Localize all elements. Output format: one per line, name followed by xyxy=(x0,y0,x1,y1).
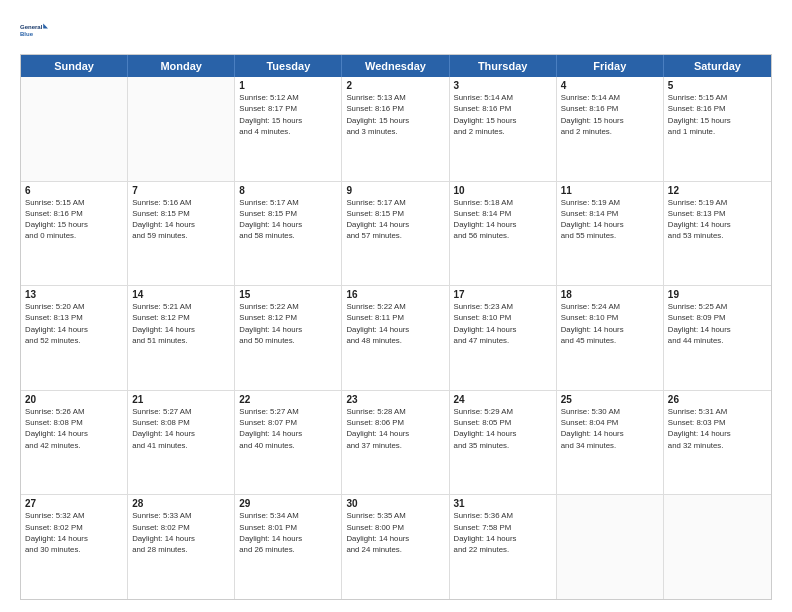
cell-info: Sunrise: 5:36 AM Sunset: 7:58 PM Dayligh… xyxy=(454,510,552,555)
calendar-cell: 8Sunrise: 5:17 AM Sunset: 8:15 PM Daylig… xyxy=(235,182,342,286)
calendar-cell: 16Sunrise: 5:22 AM Sunset: 8:11 PM Dayli… xyxy=(342,286,449,390)
calendar-cell: 29Sunrise: 5:34 AM Sunset: 8:01 PM Dayli… xyxy=(235,495,342,599)
cell-info: Sunrise: 5:35 AM Sunset: 8:00 PM Dayligh… xyxy=(346,510,444,555)
day-number: 15 xyxy=(239,289,337,300)
calendar-cell: 22Sunrise: 5:27 AM Sunset: 8:07 PM Dayli… xyxy=(235,391,342,495)
calendar-cell: 18Sunrise: 5:24 AM Sunset: 8:10 PM Dayli… xyxy=(557,286,664,390)
day-number: 23 xyxy=(346,394,444,405)
calendar-cell: 19Sunrise: 5:25 AM Sunset: 8:09 PM Dayli… xyxy=(664,286,771,390)
calendar-cell: 30Sunrise: 5:35 AM Sunset: 8:00 PM Dayli… xyxy=(342,495,449,599)
cell-info: Sunrise: 5:34 AM Sunset: 8:01 PM Dayligh… xyxy=(239,510,337,555)
day-number: 11 xyxy=(561,185,659,196)
cell-info: Sunrise: 5:27 AM Sunset: 8:08 PM Dayligh… xyxy=(132,406,230,451)
day-number: 6 xyxy=(25,185,123,196)
calendar-header: SundayMondayTuesdayWednesdayThursdayFrid… xyxy=(21,55,771,77)
day-number: 9 xyxy=(346,185,444,196)
day-number: 12 xyxy=(668,185,767,196)
cell-info: Sunrise: 5:32 AM Sunset: 8:02 PM Dayligh… xyxy=(25,510,123,555)
calendar-cell: 1Sunrise: 5:12 AM Sunset: 8:17 PM Daylig… xyxy=(235,77,342,181)
cell-info: Sunrise: 5:15 AM Sunset: 8:16 PM Dayligh… xyxy=(668,92,767,137)
day-number: 18 xyxy=(561,289,659,300)
calendar-cell: 14Sunrise: 5:21 AM Sunset: 8:12 PM Dayli… xyxy=(128,286,235,390)
cell-info: Sunrise: 5:17 AM Sunset: 8:15 PM Dayligh… xyxy=(346,197,444,242)
day-number: 4 xyxy=(561,80,659,91)
cell-info: Sunrise: 5:12 AM Sunset: 8:17 PM Dayligh… xyxy=(239,92,337,137)
calendar-cell: 26Sunrise: 5:31 AM Sunset: 8:03 PM Dayli… xyxy=(664,391,771,495)
calendar-cell: 27Sunrise: 5:32 AM Sunset: 8:02 PM Dayli… xyxy=(21,495,128,599)
day-number: 30 xyxy=(346,498,444,509)
calendar-cell: 28Sunrise: 5:33 AM Sunset: 8:02 PM Dayli… xyxy=(128,495,235,599)
day-number: 14 xyxy=(132,289,230,300)
calendar-cell: 2Sunrise: 5:13 AM Sunset: 8:16 PM Daylig… xyxy=(342,77,449,181)
calendar-cell: 10Sunrise: 5:18 AM Sunset: 8:14 PM Dayli… xyxy=(450,182,557,286)
header-day-saturday: Saturday xyxy=(664,55,771,77)
calendar-cell xyxy=(21,77,128,181)
cell-info: Sunrise: 5:15 AM Sunset: 8:16 PM Dayligh… xyxy=(25,197,123,242)
calendar-cell: 11Sunrise: 5:19 AM Sunset: 8:14 PM Dayli… xyxy=(557,182,664,286)
cell-info: Sunrise: 5:14 AM Sunset: 8:16 PM Dayligh… xyxy=(454,92,552,137)
day-number: 16 xyxy=(346,289,444,300)
cell-info: Sunrise: 5:33 AM Sunset: 8:02 PM Dayligh… xyxy=(132,510,230,555)
page-header: GeneralBlue xyxy=(20,16,772,44)
cell-info: Sunrise: 5:19 AM Sunset: 8:14 PM Dayligh… xyxy=(561,197,659,242)
calendar-cell: 4Sunrise: 5:14 AM Sunset: 8:16 PM Daylig… xyxy=(557,77,664,181)
header-day-tuesday: Tuesday xyxy=(235,55,342,77)
calendar-cell: 9Sunrise: 5:17 AM Sunset: 8:15 PM Daylig… xyxy=(342,182,449,286)
day-number: 17 xyxy=(454,289,552,300)
cell-info: Sunrise: 5:28 AM Sunset: 8:06 PM Dayligh… xyxy=(346,406,444,451)
calendar-body: 1Sunrise: 5:12 AM Sunset: 8:17 PM Daylig… xyxy=(21,77,771,599)
calendar-cell xyxy=(557,495,664,599)
day-number: 21 xyxy=(132,394,230,405)
calendar-week-5: 27Sunrise: 5:32 AM Sunset: 8:02 PM Dayli… xyxy=(21,494,771,599)
calendar-cell xyxy=(128,77,235,181)
header-day-friday: Friday xyxy=(557,55,664,77)
calendar-cell: 3Sunrise: 5:14 AM Sunset: 8:16 PM Daylig… xyxy=(450,77,557,181)
calendar-week-2: 6Sunrise: 5:15 AM Sunset: 8:16 PM Daylig… xyxy=(21,181,771,286)
day-number: 28 xyxy=(132,498,230,509)
calendar-cell: 24Sunrise: 5:29 AM Sunset: 8:05 PM Dayli… xyxy=(450,391,557,495)
calendar-week-1: 1Sunrise: 5:12 AM Sunset: 8:17 PM Daylig… xyxy=(21,77,771,181)
calendar-cell: 17Sunrise: 5:23 AM Sunset: 8:10 PM Dayli… xyxy=(450,286,557,390)
calendar-cell: 5Sunrise: 5:15 AM Sunset: 8:16 PM Daylig… xyxy=(664,77,771,181)
calendar-cell: 25Sunrise: 5:30 AM Sunset: 8:04 PM Dayli… xyxy=(557,391,664,495)
calendar-cell: 13Sunrise: 5:20 AM Sunset: 8:13 PM Dayli… xyxy=(21,286,128,390)
day-number: 1 xyxy=(239,80,337,91)
calendar-cell: 31Sunrise: 5:36 AM Sunset: 7:58 PM Dayli… xyxy=(450,495,557,599)
day-number: 10 xyxy=(454,185,552,196)
day-number: 7 xyxy=(132,185,230,196)
day-number: 5 xyxy=(668,80,767,91)
header-day-thursday: Thursday xyxy=(450,55,557,77)
day-number: 19 xyxy=(668,289,767,300)
logo-icon: GeneralBlue xyxy=(20,16,52,44)
svg-marker-2 xyxy=(43,24,48,29)
logo: GeneralBlue xyxy=(20,16,52,44)
calendar-week-3: 13Sunrise: 5:20 AM Sunset: 8:13 PM Dayli… xyxy=(21,285,771,390)
day-number: 27 xyxy=(25,498,123,509)
calendar-cell: 20Sunrise: 5:26 AM Sunset: 8:08 PM Dayli… xyxy=(21,391,128,495)
day-number: 29 xyxy=(239,498,337,509)
cell-info: Sunrise: 5:21 AM Sunset: 8:12 PM Dayligh… xyxy=(132,301,230,346)
cell-info: Sunrise: 5:25 AM Sunset: 8:09 PM Dayligh… xyxy=(668,301,767,346)
calendar-week-4: 20Sunrise: 5:26 AM Sunset: 8:08 PM Dayli… xyxy=(21,390,771,495)
cell-info: Sunrise: 5:22 AM Sunset: 8:12 PM Dayligh… xyxy=(239,301,337,346)
cell-info: Sunrise: 5:16 AM Sunset: 8:15 PM Dayligh… xyxy=(132,197,230,242)
calendar-cell: 6Sunrise: 5:15 AM Sunset: 8:16 PM Daylig… xyxy=(21,182,128,286)
calendar-cell: 12Sunrise: 5:19 AM Sunset: 8:13 PM Dayli… xyxy=(664,182,771,286)
cell-info: Sunrise: 5:31 AM Sunset: 8:03 PM Dayligh… xyxy=(668,406,767,451)
day-number: 25 xyxy=(561,394,659,405)
calendar-cell: 21Sunrise: 5:27 AM Sunset: 8:08 PM Dayli… xyxy=(128,391,235,495)
header-day-monday: Monday xyxy=(128,55,235,77)
cell-info: Sunrise: 5:14 AM Sunset: 8:16 PM Dayligh… xyxy=(561,92,659,137)
day-number: 2 xyxy=(346,80,444,91)
cell-info: Sunrise: 5:27 AM Sunset: 8:07 PM Dayligh… xyxy=(239,406,337,451)
header-day-wednesday: Wednesday xyxy=(342,55,449,77)
svg-text:Blue: Blue xyxy=(20,31,34,37)
day-number: 31 xyxy=(454,498,552,509)
day-number: 8 xyxy=(239,185,337,196)
cell-info: Sunrise: 5:22 AM Sunset: 8:11 PM Dayligh… xyxy=(346,301,444,346)
calendar-cell: 23Sunrise: 5:28 AM Sunset: 8:06 PM Dayli… xyxy=(342,391,449,495)
calendar-cell: 15Sunrise: 5:22 AM Sunset: 8:12 PM Dayli… xyxy=(235,286,342,390)
cell-info: Sunrise: 5:29 AM Sunset: 8:05 PM Dayligh… xyxy=(454,406,552,451)
svg-text:General: General xyxy=(20,24,43,30)
calendar-cell xyxy=(664,495,771,599)
